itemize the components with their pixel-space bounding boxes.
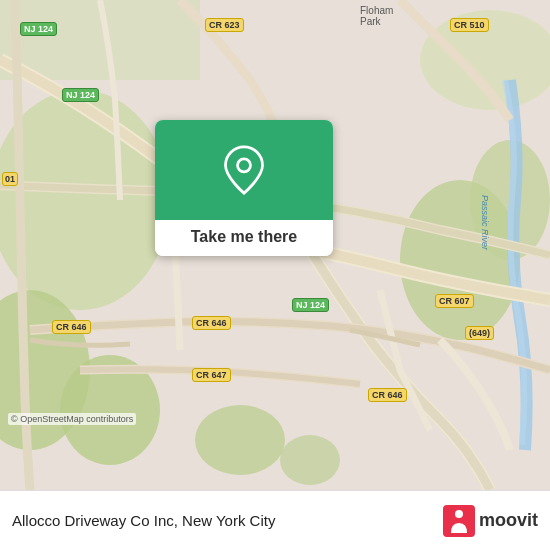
bottom-bar: Allocco Driveway Co Inc, New York City m… [0,490,550,550]
business-name: Allocco Driveway Co Inc, New York City [12,512,443,529]
passaic-river-label: Passaic River [480,195,490,250]
cr623-label: CR 623 [205,18,244,32]
moovit-text-label: moovit [479,510,538,531]
moovit-logo: moovit [443,505,538,537]
moovit-icon [443,505,475,537]
map-container: NJ 124 CR 623 CR 510 NJ 124 NJ 124 01 CR… [0,0,550,490]
svg-point-12 [455,510,463,518]
cr646-label-right: CR 646 [368,388,407,402]
nj124-label-top: NJ 124 [20,22,57,36]
svg-point-10 [238,159,251,172]
svg-point-8 [195,405,285,475]
location-pin-icon [222,145,266,195]
cr646-label-mid: CR 646 [192,316,231,330]
cr646-label-left: CR 646 [52,320,91,334]
copyright-text: © OpenStreetMap contributors [8,413,136,425]
take-me-there-label[interactable]: Take me there [191,228,297,245]
take-me-there-card[interactable]: Take me there [155,120,333,256]
floham-park-label: FlohamPark [360,5,393,27]
nj124-label-lower: NJ 124 [292,298,329,312]
cr647-label: CR 647 [192,368,231,382]
r649-label: (649) [465,326,494,340]
cr607-label: CR 607 [435,294,474,308]
svg-point-9 [280,435,340,485]
rt01-label: 01 [2,172,18,186]
card-text-area: Take me there [155,220,333,256]
cr510-label: CR 510 [450,18,489,32]
card-green-area [155,120,333,220]
nj124-label-mid: NJ 124 [62,88,99,102]
